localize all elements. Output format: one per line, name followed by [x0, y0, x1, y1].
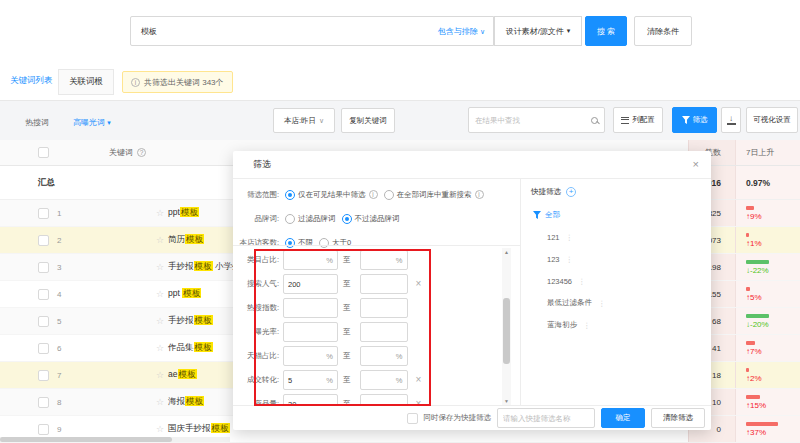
- row-checkbox[interactable]: [38, 370, 49, 381]
- more-icon[interactable]: ⋮: [566, 233, 574, 242]
- range-min-input[interactable]: [283, 322, 338, 342]
- star-icon[interactable]: ☆: [156, 289, 164, 299]
- scrollbar-thumb[interactable]: [0, 437, 172, 442]
- include-exclude-dropdown[interactable]: 包含与排除 ∨: [438, 26, 485, 37]
- word-type-dropdown[interactable]: 高曝光词 ▾: [73, 117, 111, 128]
- radio-option[interactable]: 不限: [285, 238, 313, 248]
- keyword-cell[interactable]: 手抄报模板: [168, 315, 213, 327]
- star-icon[interactable]: ☆: [156, 316, 164, 326]
- range-max-input[interactable]: %: [360, 250, 408, 270]
- row-checkbox[interactable]: [38, 397, 49, 408]
- quick-filter-item[interactable]: 最低过滤条件⋮: [531, 292, 711, 314]
- range-min-input[interactable]: %: [283, 250, 338, 270]
- add-quick-filter-icon[interactable]: +: [566, 187, 576, 197]
- column-config-button[interactable]: 列配置: [613, 107, 663, 133]
- main-search-input[interactable]: 模板 包含与排除 ∨: [130, 16, 494, 46]
- radio-icon[interactable]: [285, 214, 295, 224]
- quick-filter-name-input[interactable]: [497, 408, 595, 428]
- range-max-input[interactable]: %: [360, 346, 408, 366]
- radio-option[interactable]: 大于0: [319, 238, 351, 248]
- scroll-down-icon[interactable]: ▼: [504, 397, 509, 405]
- row-checkbox[interactable]: [38, 289, 49, 300]
- modal-scrollbar[interactable]: ▲ ▼: [502, 248, 511, 405]
- row-checkbox[interactable]: [38, 343, 49, 354]
- scroll-up-icon[interactable]: ▲: [504, 248, 509, 256]
- radio-option[interactable]: 不过滤品牌词: [342, 214, 400, 224]
- radio-icon[interactable]: [384, 190, 394, 200]
- tab-keyword-list[interactable]: 关键词列表: [10, 75, 53, 87]
- row-checkbox[interactable]: [38, 208, 49, 219]
- quick-filter-item[interactable]: 蓝海初步⋮: [531, 314, 711, 336]
- search-icon[interactable]: [591, 117, 598, 124]
- row-index: 5: [57, 317, 71, 326]
- star-icon[interactable]: ☆: [156, 370, 164, 380]
- clear-conditions-button[interactable]: 清除条件: [634, 16, 692, 46]
- keyword-cell[interactable]: 手抄报模板 小学生: [168, 261, 240, 273]
- radio-icon[interactable]: [342, 214, 352, 224]
- row-checkbox[interactable]: [38, 424, 49, 435]
- result-search-input[interactable]: [475, 116, 591, 125]
- radio-option[interactable]: 过滤品牌词: [285, 214, 336, 224]
- quick-filter-all[interactable]: 全部: [533, 210, 711, 220]
- save-quick-filter-checkbox[interactable]: [407, 413, 418, 424]
- range-min-input[interactable]: %: [283, 346, 338, 366]
- copy-keywords-button[interactable]: 复制关键词: [341, 108, 395, 133]
- row-checkbox[interactable]: [38, 262, 49, 273]
- range-max-input[interactable]: %: [360, 370, 408, 390]
- star-icon[interactable]: ☆: [156, 343, 164, 353]
- range-max-input[interactable]: [360, 298, 408, 318]
- keyword-cell[interactable]: 海报模板: [168, 396, 204, 408]
- download-button[interactable]: ↓: [721, 107, 741, 133]
- close-icon[interactable]: ×: [693, 159, 699, 170]
- select-all-checkbox[interactable]: [38, 147, 49, 158]
- row-checkbox[interactable]: [38, 235, 49, 246]
- star-icon[interactable]: ☆: [156, 424, 164, 434]
- rise-cell: ↓-20%: [735, 308, 800, 334]
- row-index: 2: [57, 236, 71, 245]
- more-icon[interactable]: ⋮: [598, 299, 606, 308]
- confirm-button[interactable]: 确定: [601, 408, 645, 428]
- range-max-input[interactable]: [360, 322, 408, 342]
- range-min-input[interactable]: 5%: [283, 370, 338, 390]
- horizontal-scrollbar[interactable]: [0, 437, 230, 442]
- more-icon[interactable]: ⋮: [578, 277, 586, 286]
- range-max-input[interactable]: [360, 394, 408, 405]
- range-min-input[interactable]: 30: [283, 394, 338, 405]
- filter-button[interactable]: 筛选: [672, 107, 717, 133]
- keyword-cell[interactable]: 简历模板: [168, 234, 204, 246]
- clear-field-icon[interactable]: ×: [416, 279, 422, 289]
- clear-filter-button[interactable]: 清除筛选: [651, 408, 705, 428]
- tab-related-roots[interactable]: 关联词根: [58, 69, 114, 95]
- keyword-cell[interactable]: ppt模板: [168, 207, 199, 219]
- rise-column-header[interactable]: 7日上升: [735, 140, 800, 165]
- range-min-input[interactable]: 200: [283, 274, 338, 294]
- radio-icon[interactable]: [285, 238, 295, 248]
- keyword-cell[interactable]: ae模板: [168, 369, 196, 381]
- quick-filter-item[interactable]: 123⋮: [531, 248, 711, 270]
- visualization-settings-button[interactable]: 可视化设置: [746, 107, 798, 133]
- keyword-cell[interactable]: 作品集模板: [168, 342, 213, 354]
- more-icon[interactable]: ⋮: [583, 321, 591, 330]
- radio-icon[interactable]: [319, 238, 329, 248]
- help-icon[interactable]: ?: [137, 148, 146, 157]
- star-icon[interactable]: ☆: [156, 397, 164, 407]
- quick-filter-item[interactable]: 121⋮: [531, 226, 711, 248]
- row-checkbox[interactable]: [38, 316, 49, 327]
- radio-icon[interactable]: [285, 190, 295, 200]
- keyword-cell[interactable]: ppt 模板: [168, 288, 201, 300]
- radio-option[interactable]: 仅在可见结果中筛选i: [285, 190, 378, 200]
- range-min-input[interactable]: [283, 298, 338, 318]
- range-max-input[interactable]: [360, 274, 408, 294]
- clear-field-icon[interactable]: ×: [416, 375, 422, 385]
- scrollbar-thumb[interactable]: [503, 298, 510, 364]
- shop-date-select[interactable]: 本店:昨日 ∨: [273, 108, 335, 133]
- quick-filter-item[interactable]: 123456⋮: [531, 270, 711, 292]
- more-icon[interactable]: ⋮: [566, 255, 574, 264]
- keyword-cell[interactable]: 国庆手抄报模板: [168, 423, 230, 435]
- category-dropdown[interactable]: 设计素材/源文件 ▾: [494, 16, 582, 46]
- star-icon[interactable]: ☆: [156, 235, 164, 245]
- star-icon[interactable]: ☆: [156, 262, 164, 272]
- search-button[interactable]: 搜 索: [585, 16, 627, 46]
- radio-option[interactable]: 在全部词库中重新搜索i: [384, 190, 484, 200]
- star-icon[interactable]: ☆: [156, 208, 164, 218]
